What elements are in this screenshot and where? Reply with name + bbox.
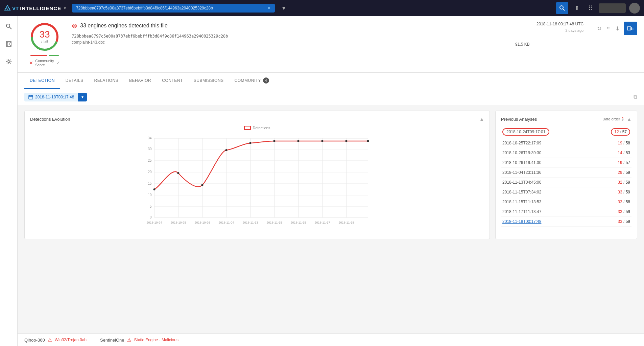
analysis-row[interactable]: 2018-11-04T23:11:36 29 / 59 (501, 168, 631, 178)
svg-text:10: 10 (148, 193, 152, 197)
footer-detection-1: Win32/Trojan.0ab (55, 338, 87, 342)
approx-button[interactable]: ≈ (605, 24, 611, 33)
analyses-collapse-button[interactable]: ▲ (627, 116, 631, 122)
chart-panel: Detections Evolution ▲ Detections 34 30 … (24, 111, 490, 239)
analysis-score-8: 33 / 58 (618, 200, 630, 204)
dp-3 (201, 184, 204, 186)
dp-5 (249, 142, 252, 144)
chart-title: Detections Evolution (30, 117, 70, 122)
file-date: 2018-11-18 00:17:48 UTC (536, 22, 583, 26)
sidebar-cube-icon[interactable] (3, 38, 15, 50)
svg-text:30: 30 (148, 147, 152, 151)
svg-rect-11 (8, 43, 10, 45)
date-picker: 2018-11-18T00:17:48 ▾ (24, 93, 87, 101)
svg-text:2018-10-26: 2018-10-26 (194, 221, 210, 224)
svg-point-2 (560, 6, 563, 9)
community-score-label: CommunityScore (35, 59, 54, 67)
brand-dropdown-icon[interactable]: ▾ (64, 6, 66, 10)
detection-count: 33 engines engines detected this file (80, 23, 168, 29)
tab-community[interactable]: COMMUNITY 4 (229, 73, 275, 89)
analysis-row[interactable]: 2018-11-13T04:45:00 32 / 59 (501, 178, 631, 187)
svg-text:VT: VT (6, 7, 10, 10)
analysis-row[interactable]: 2018-11-15T11:13:53 33 / 58 (501, 197, 631, 207)
top-navigation: VT VTINTELLIGENCE ▾ 728bbbea8797c5e00a87… (0, 0, 644, 16)
analysis-date-3: 2018-10-26T19:39:30 (502, 151, 541, 155)
analysis-row[interactable]: 2018-11-17T11:13:47 33 / 59 (501, 207, 631, 217)
svg-text:2018-11-15: 2018-11-15 (290, 221, 306, 224)
tabs-bar: DETECTION DETAILS RELATIONS BEHAVIOR CON… (18, 73, 644, 89)
svg-text:2018-10-25: 2018-10-25 (170, 221, 186, 224)
svg-text:34: 34 (148, 136, 152, 140)
footer-detection-2: Static Engine - Malicious (134, 338, 178, 342)
analysis-date-8: 2018-11-15T11:13:53 (502, 200, 541, 204)
brand-intel-text: INTELLIGENCE (20, 5, 61, 11)
download-button[interactable]: ⬇ (614, 24, 621, 33)
svg-text:15: 15 (148, 182, 152, 185)
refresh-button[interactable]: ↻ (596, 24, 603, 33)
analyses-panel: Previous Analyses Date order ▲ ▼ ▲ (495, 111, 637, 239)
copy-button[interactable]: ⧉ (634, 94, 637, 100)
chart-collapse-button[interactable]: ▲ (479, 116, 484, 122)
tab-behavior[interactable]: BEHAVIOR (124, 73, 157, 89)
nav-upload-icon[interactable]: ⬆ (572, 4, 582, 12)
svg-rect-20 (29, 95, 33, 99)
nav-avatar[interactable] (629, 3, 640, 14)
analysis-score-4: 19 / 57 (618, 160, 630, 165)
sidebar-settings-icon[interactable] (3, 55, 15, 68)
analysis-row[interactable]: 2018-11-18T00:17:48 33 / 59 (501, 217, 631, 227)
nav-dropdown-icon[interactable]: ▾ (280, 4, 288, 12)
search-icon (559, 5, 565, 11)
tab-details[interactable]: DETAILS (60, 73, 89, 89)
analyses-header: Previous Analyses Date order ▲ ▼ ▲ (501, 116, 631, 122)
svg-line-5 (9, 27, 11, 29)
sidebar-search-icon[interactable] (3, 20, 15, 32)
main-layout: 33 / 59 ✕ CommunityScore ✓ ⊗ (0, 16, 644, 346)
svg-text:2018-11-17: 2018-11-17 (314, 221, 330, 224)
legend-label-detections: Detections (253, 126, 270, 130)
tab-content[interactable]: CONTENT (157, 73, 188, 89)
search-clear-icon[interactable]: ✕ (267, 6, 271, 10)
chart-panel-header: Detections Evolution ▲ (30, 116, 484, 122)
vt-scan-button[interactable] (624, 22, 637, 35)
analysis-row[interactable]: 2018-10-24T09:17:01 12 / 57 (501, 126, 631, 138)
analysis-row[interactable]: 2018-10-25T22:17:09 19 / 58 (501, 138, 631, 148)
svg-text:25: 25 (148, 159, 152, 162)
analysis-row[interactable]: 2018-10-26T19:39:30 14 / 53 (501, 148, 631, 158)
dp-7 (297, 140, 300, 142)
vt-scan-icon (627, 25, 634, 32)
svg-text:5: 5 (150, 205, 152, 208)
date-dropdown-button[interactable]: ▾ (78, 93, 87, 101)
analysis-score-1: 12 / 57 (611, 128, 630, 136)
brand-vt-text: VT (12, 5, 19, 11)
svg-text:2018-11-18: 2018-11-18 (338, 221, 354, 224)
score-container: 33 / 59 ✕ CommunityScore ✓ (24, 22, 65, 67)
nav-search-button[interactable] (556, 2, 568, 14)
chart-legend: Detections (30, 126, 484, 130)
analysis-row[interactable]: 2018-11-15T07:34:02 33 / 59 (501, 187, 631, 197)
svg-text:2018-11-13: 2018-11-13 (242, 221, 258, 224)
search-bar[interactable]: 728bbbea8797c5e00a8737ebf6bebfffb3d84f9c… (72, 4, 275, 13)
footer-engine-1: Qihoo-360 (24, 338, 45, 343)
sidebar (0, 16, 18, 346)
tab-relations[interactable]: RELATIONS (89, 73, 124, 89)
analysis-date-4: 2018-10-26T19:41:30 (502, 160, 541, 165)
tab-detection[interactable]: DETECTION (24, 73, 60, 89)
dp-6 (273, 140, 276, 142)
analysis-score-7: 33 / 59 (618, 190, 630, 194)
date-input[interactable]: 2018-11-18T00:17:48 (24, 93, 78, 101)
analysis-row[interactable]: 2018-10-26T19:41:30 19 / 57 (501, 158, 631, 168)
tab-submissions[interactable]: SUBMISSIONS (188, 73, 229, 89)
brand-logo[interactable]: VT VTINTELLIGENCE ▾ (4, 5, 66, 11)
nav-grid-icon[interactable]: ⠿ (586, 4, 595, 12)
svg-text:20: 20 (148, 170, 152, 174)
file-ago: 2 days ago (565, 28, 583, 32)
score-total: / 59 (39, 39, 50, 44)
date-order-control[interactable]: Date order ▲ ▼ (602, 116, 624, 122)
file-header: 33 / 59 ✕ CommunityScore ✓ ⊗ (18, 16, 644, 73)
main-content: 33 / 59 ✕ CommunityScore ✓ ⊗ (18, 16, 644, 346)
sort-arrows: ▲ ▼ (621, 116, 624, 122)
analyses-title: Previous Analyses (501, 117, 537, 122)
score-bar-red (30, 55, 47, 56)
community-score-x-icon: ✕ (29, 60, 33, 66)
nav-user-field[interactable] (599, 3, 626, 13)
